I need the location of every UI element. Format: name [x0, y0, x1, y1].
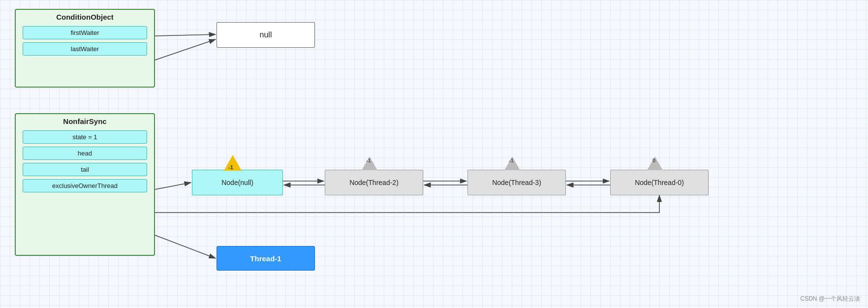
condition-object-box: ConditionObject firstWaiter lastWaiter: [15, 9, 155, 88]
nonfair-sync-box: NonfairSync state = 1 head tail exclusiv…: [15, 113, 155, 256]
state-field: state = 1: [23, 130, 147, 144]
watermark: CSDN @一个风轻云淡: [800, 295, 860, 303]
null-box: null: [217, 22, 315, 48]
svg-line-3: [155, 39, 216, 60]
node-thread2-box: Node(Thread-2): [325, 170, 423, 195]
node-thread0-box: Node(Thread-0): [610, 170, 709, 195]
svg-line-2: [155, 34, 216, 36]
svg-line-5: [155, 235, 216, 258]
nonfair-sync-title: NonfairSync: [16, 114, 154, 127]
node-thread3-box: Node(Thread-3): [467, 170, 566, 195]
first-waiter-field: firstWaiter: [23, 26, 147, 39]
condition-object-title: ConditionObject: [16, 10, 154, 23]
node-thread2-label: Node(Thread-2): [349, 179, 399, 186]
svg-line-4: [155, 183, 191, 189]
exclusive-owner-field: exclusiveOwnerThread: [23, 179, 147, 192]
badge-thread3: -1: [509, 157, 514, 163]
badge-thread0: 0: [652, 157, 655, 163]
thread1-label: Thread-1: [250, 254, 281, 263]
thread1-box: Thread-1: [217, 246, 315, 271]
badge-thread2: -1: [366, 157, 371, 163]
head-field: head: [23, 147, 147, 160]
node-thread0-label: Node(Thread-0): [635, 179, 684, 186]
tail-field: tail: [23, 163, 147, 176]
node-null-box: Node(null): [192, 170, 283, 195]
yellow-triangle-badge: -1: [228, 164, 233, 170]
node-null-label: Node(null): [221, 179, 253, 186]
null-label: null: [260, 31, 272, 39]
diagram-container: ConditionObject firstWaiter lastWaiter N…: [0, 0, 868, 308]
node-thread3-label: Node(Thread-3): [492, 179, 541, 186]
last-waiter-field: lastWaiter: [23, 42, 147, 56]
